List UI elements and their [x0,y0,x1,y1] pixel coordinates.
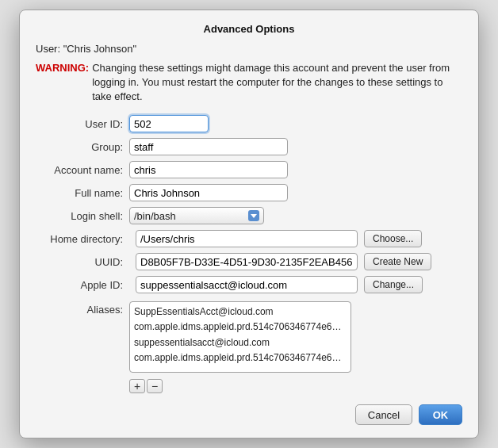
warning-text: Changing these settings might damage thi… [92,61,462,105]
advanced-options-dialog: Advanced Options User: "Chris Johnson" W… [19,10,479,439]
aliases-box: SuppEssentialsAcct@icloud.comcom.apple.i… [129,301,351,373]
apple-id-row: Apple ID: Change... [36,276,462,293]
login-shell-row: Login shell: /bin/bash /bin/sh /bin/zsh … [36,207,462,224]
user-id-row: User ID: [36,115,462,132]
user-id-label: User ID: [36,118,123,130]
alias-item: com.apple.idms.appleid.prd.514c706346774… [134,320,347,335]
group-input[interactable] [129,138,288,155]
alias-item: com.apple.idms.appleid.prd.514c706346774… [134,350,347,366]
aliases-section: Aliases: SuppEssentialsAcct@icloud.comco… [36,301,462,393]
aliases-label: Aliases: [36,301,123,316]
login-shell-wrapper: /bin/bash /bin/sh /bin/zsh /usr/bin/fals… [129,207,264,224]
create-new-button[interactable]: Create New [364,253,431,270]
remove-alias-button[interactable]: − [147,379,163,393]
warning-box: WARNING: Changing these settings might d… [36,61,462,105]
warning-label: WARNING: [36,61,89,105]
account-name-label: Account name: [36,164,123,176]
account-name-row: Account name: [36,161,462,178]
add-alias-button[interactable]: + [129,379,145,393]
cancel-button[interactable]: Cancel [355,404,412,425]
full-name-row: Full name: [36,184,462,201]
full-name-label: Full name: [36,187,123,199]
apple-id-input[interactable] [136,276,358,293]
dialog-title: Advanced Options [36,23,462,35]
uuid-input[interactable] [136,253,358,270]
group-row: Group: [36,138,462,155]
alias-item: SuppEssentialsAcct@icloud.com [134,304,347,320]
aliases-controls: + − [129,379,351,393]
full-name-input[interactable] [129,184,288,201]
apple-id-label: Apple ID: [36,279,123,291]
choose-button[interactable]: Choose... [364,230,422,247]
user-line: User: "Chris Johnson" [36,43,462,55]
home-dir-label: Home directory: [36,233,123,245]
alias-item: suppessentialsacct@icloud.com [134,335,347,350]
home-dir-input[interactable] [136,230,358,247]
login-shell-label: Login shell: [36,210,123,222]
user-id-input[interactable] [129,115,209,132]
uuid-row: UUID: Create New [36,253,462,270]
uuid-label: UUID: [36,256,123,268]
group-label: Group: [36,141,123,153]
change-button[interactable]: Change... [364,276,423,293]
ok-button[interactable]: OK [419,404,462,425]
dialog-buttons: Cancel OK [36,404,462,425]
fields-section: User ID: Group: Account name: Full name:… [36,115,462,293]
login-shell-select[interactable]: /bin/bash /bin/sh /bin/zsh /usr/bin/fals… [129,207,264,224]
account-name-input[interactable] [129,161,288,178]
home-dir-row: Home directory: Choose... [36,230,462,247]
